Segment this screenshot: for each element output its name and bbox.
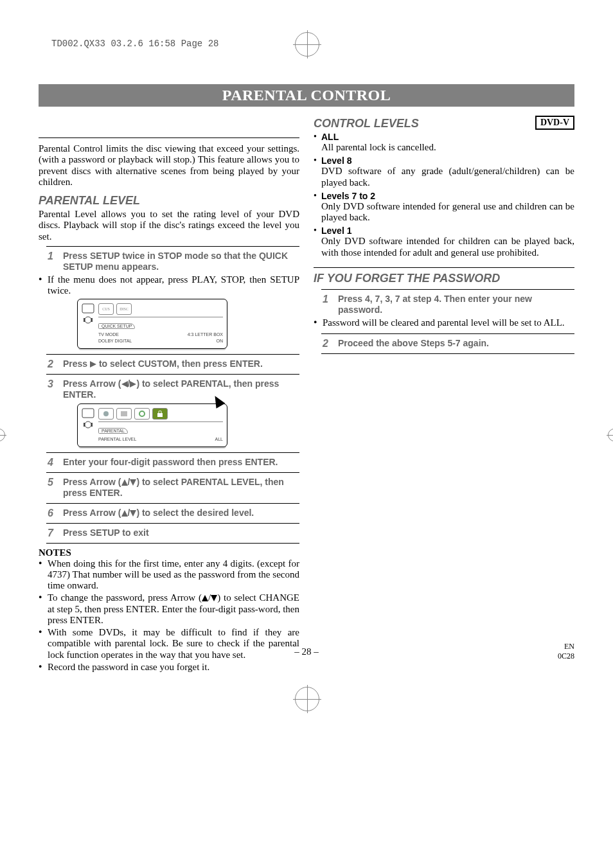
osd-parental: PARENTAL PARENTAL LEVEL ALL xyxy=(77,403,227,447)
svg-rect-7 xyxy=(82,409,94,418)
svg-point-1 xyxy=(85,317,91,323)
svg-rect-9 xyxy=(84,423,85,427)
osd-tab-a xyxy=(98,408,114,420)
level-all: ALL xyxy=(314,132,574,142)
triangle-down-icon xyxy=(130,479,136,486)
svg-point-13 xyxy=(139,411,145,416)
triangle-down-icon xyxy=(211,595,217,601)
triangle-down-icon xyxy=(130,510,136,517)
notes-heading: NOTES xyxy=(39,547,299,558)
osd-parental-level-value: ALL xyxy=(215,436,223,443)
level-7-2: Levels 7 to 2 xyxy=(314,191,574,201)
crop-mark-bottom xyxy=(295,687,319,711)
disc-icon xyxy=(82,408,94,430)
page-number: – 28 – xyxy=(90,646,523,657)
step-1-bullet: If the menu does not appear, press PLAY,… xyxy=(39,274,299,297)
osd-tab-b xyxy=(116,408,132,420)
osd-tab-c xyxy=(134,408,150,420)
left-column: Parental Control limits the disc viewing… xyxy=(39,132,299,674)
osd-tv-mode-label: TV MODE xyxy=(98,332,119,338)
svg-marker-17 xyxy=(121,510,128,517)
step-5: 5 Press Arrow (/) to select PARENTAL LEV… xyxy=(48,477,299,499)
svg-marker-4 xyxy=(90,361,96,368)
osd-dolby-label: DOLBY DIGITAL xyxy=(98,338,132,344)
note-1: When doing this for the first time, ente… xyxy=(39,558,299,592)
right-column: CONTROL LEVELS ALL All parental lock is … xyxy=(314,132,574,674)
triangle-up-icon xyxy=(121,510,128,517)
footer-code: 0C28 xyxy=(523,651,574,661)
triangle-up-icon xyxy=(202,595,208,601)
svg-point-11 xyxy=(103,411,109,416)
osd-dolby-value: ON xyxy=(217,338,224,344)
level-7-2-desc: Only DVD software intended for general u… xyxy=(321,201,574,224)
svg-rect-2 xyxy=(84,318,85,322)
osd-subtab-parental: PARENTAL xyxy=(98,428,128,434)
step-3: 3 Press Arrow (/) to select PARENTAL, th… xyxy=(48,378,299,401)
step-1: 1 Press SETUP twice in STOP mode so that… xyxy=(48,251,299,273)
step-2: 2 Press to select CUSTOM, then press ENT… xyxy=(48,359,299,370)
svg-point-8 xyxy=(85,421,91,428)
forget-password-heading: IF YOU FORGET THE PASSWORD xyxy=(314,272,574,285)
svg-marker-20 xyxy=(211,595,217,601)
svg-rect-12 xyxy=(121,411,127,416)
parental-level-desc: Parental Level allows you to set the rat… xyxy=(39,209,299,242)
print-slug: TD002.QX33 03.2.6 16:58 Page 28 xyxy=(51,39,574,49)
control-levels-heading: CONTROL LEVELS xyxy=(314,117,574,130)
svg-marker-6 xyxy=(130,381,136,387)
crop-mark-right xyxy=(608,429,613,441)
svg-marker-5 xyxy=(121,381,128,387)
forget-step-1: 1 Press 4, 7, 3, 7 at step 4. Then enter… xyxy=(323,294,574,316)
svg-marker-19 xyxy=(202,595,208,601)
level-1-desc: Only DVD software intended for children … xyxy=(321,236,574,258)
osd-subtab-quick: QUICK SETUP xyxy=(98,323,135,329)
triangle-up-icon xyxy=(121,479,128,486)
osd-tv-mode-value: 4:3 LETTER BOX xyxy=(188,332,223,338)
forget-step-2: 2 Proceed the above Steps 5-7 again. xyxy=(323,338,574,350)
note-2: To change the password, press Arrow (/) … xyxy=(39,592,299,626)
osd-tab-1: CUS xyxy=(98,303,114,315)
step-6: 6 Press Arrow (/) to select the desired … xyxy=(48,508,299,519)
parental-level-heading: PARENTAL LEVEL xyxy=(39,194,299,208)
svg-marker-18 xyxy=(130,510,136,517)
note-4: Record the password in case you forget i… xyxy=(39,662,299,673)
level-all-desc: All parental lock is cancelled. xyxy=(321,142,574,153)
level-8-desc: DVD software of any grade (adult/general… xyxy=(321,166,574,188)
svg-rect-0 xyxy=(82,304,94,313)
level-1: Level 1 xyxy=(314,226,574,236)
triangle-right-icon xyxy=(90,361,96,368)
section-banner: PARENTAL CONTROL xyxy=(39,84,574,107)
triangle-right-icon xyxy=(130,381,136,387)
page-footer: – 28 – EN 0C28 xyxy=(39,642,574,661)
forget-bullet: Password will be cleared and parental le… xyxy=(314,317,574,328)
step-4: 4 Enter your four-digit password then pr… xyxy=(48,457,299,468)
crop-mark-left xyxy=(0,429,5,441)
osd-tab-2: DISC xyxy=(116,303,132,315)
step-7: 7 Press SETUP to exit xyxy=(48,527,299,539)
osd-tab-parental xyxy=(152,408,168,420)
osd-quick-setup: CUS DISC QUICK SETUP TV MODE 4:3 LETTER … xyxy=(77,299,227,349)
svg-rect-3 xyxy=(91,318,93,322)
level-8: Level 8 xyxy=(314,155,574,166)
disc-icon xyxy=(82,303,94,325)
intro-paragraph: Parental Control limits the disc viewing… xyxy=(39,143,299,188)
osd-parental-level-label: PARENTAL LEVEL xyxy=(98,436,136,443)
svg-marker-15 xyxy=(121,479,128,486)
svg-rect-14 xyxy=(157,413,163,417)
triangle-left-icon xyxy=(121,381,128,387)
svg-marker-16 xyxy=(130,479,136,486)
footer-lang: EN xyxy=(523,642,574,651)
page: TD002.QX33 03.2.6 16:58 Page 28 PARENTAL… xyxy=(39,39,574,674)
svg-rect-10 xyxy=(91,423,93,427)
